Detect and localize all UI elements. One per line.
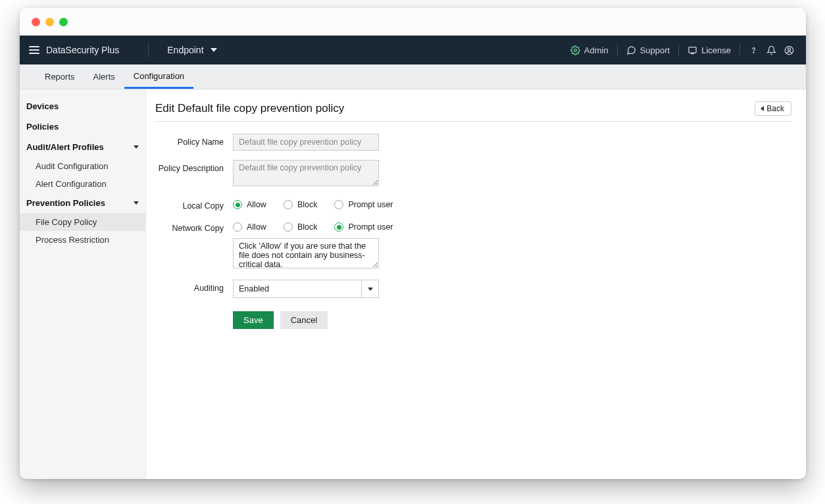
caret-down-icon [134, 145, 139, 149]
window-titlebar [20, 8, 806, 36]
sidebar-prevention-label: Prevention Policies [26, 198, 105, 208]
support-label: Support [640, 45, 670, 55]
sidebar-alert-config[interactable]: Alert Configuration [20, 175, 145, 193]
save-button[interactable]: Save [233, 311, 274, 329]
auditing-value: Enabled [234, 280, 361, 297]
local-copy-block-radio[interactable]: Block [284, 200, 318, 209]
body: Devices Policies Audit/Alert Profiles Au… [20, 89, 806, 479]
policy-form: Policy Name Policy Description Default f… [155, 134, 791, 329]
main-content: Edit Default file copy prevention policy… [146, 89, 806, 479]
sidebar-audit-label: Audit/Alert Profiles [26, 142, 104, 152]
back-button[interactable]: Back [755, 101, 791, 116]
prompt-message-input[interactable]: Click 'Allow' if you are sure that the f… [233, 238, 379, 268]
divider [739, 44, 740, 56]
cancel-button[interactable]: Cancel [280, 311, 328, 329]
radio-label: Block [297, 222, 318, 232]
caret-down-icon [134, 201, 139, 205]
tab-configuration[interactable]: Configuration [124, 64, 193, 89]
caret-down-icon [211, 48, 217, 52]
chat-icon [626, 45, 636, 55]
hamburger-icon[interactable] [29, 46, 39, 54]
caret-down-icon [361, 280, 378, 297]
tab-reports[interactable]: Reports [36, 64, 84, 89]
local-copy-prompt-radio[interactable]: Prompt user [334, 200, 393, 209]
app-bar: DataSecurity Plus Endpoint Admin [20, 36, 806, 64]
local-copy-allow-radio[interactable]: Allow [233, 200, 266, 209]
notifications-link[interactable] [764, 45, 779, 55]
label-network-copy: Network Copy [155, 220, 233, 233]
gear-icon [570, 45, 580, 55]
help-link[interactable] [746, 45, 761, 55]
divider [148, 43, 149, 57]
chevron-left-icon [761, 106, 764, 111]
module-label: Endpoint [167, 45, 203, 55]
user-icon [784, 45, 794, 55]
divider [678, 44, 679, 56]
user-link[interactable] [782, 45, 797, 55]
radio-label: Prompt user [348, 222, 393, 232]
divider [617, 44, 618, 56]
network-copy-prompt-radio[interactable]: Prompt user [334, 222, 393, 232]
sidebar-process-restriction[interactable]: Process Restriction [20, 231, 145, 249]
label-auditing: Auditing [155, 280, 233, 293]
app-window: DataSecurity Plus Endpoint Admin [20, 8, 806, 479]
policy-name-input[interactable] [233, 134, 379, 151]
license-icon [688, 45, 697, 55]
window-minimize-dot[interactable] [45, 18, 54, 26]
admin-link[interactable]: Admin [568, 45, 611, 55]
svg-point-0 [574, 49, 576, 51]
back-label: Back [766, 104, 784, 113]
label-local-copy: Local Copy [155, 197, 233, 211]
svg-point-4 [788, 47, 791, 50]
tab-alerts[interactable]: Alerts [84, 64, 124, 89]
policy-description-input[interactable]: Default file copy prevention policy [233, 160, 379, 186]
window-close-dot[interactable] [32, 18, 40, 26]
network-copy-block-radio[interactable]: Block [284, 222, 318, 232]
bell-icon [766, 45, 776, 55]
sidebar-audit-config[interactable]: Audit Configuration [20, 157, 145, 175]
sidebar: Devices Policies Audit/Alert Profiles Au… [20, 89, 146, 479]
radio-label: Allow [247, 200, 266, 209]
module-selector[interactable]: Endpoint [158, 45, 216, 55]
radio-label: Prompt user [348, 200, 393, 209]
local-copy-radios: Allow Block Prompt user [233, 197, 393, 209]
sidebar-policies[interactable]: Policies [20, 116, 145, 137]
svg-point-2 [753, 52, 754, 53]
sidebar-audit-profiles[interactable]: Audit/Alert Profiles [20, 137, 145, 157]
network-copy-radios: Allow Block Prompt user [233, 220, 393, 232]
license-label: License [701, 45, 731, 55]
window-zoom-dot[interactable] [59, 18, 68, 26]
help-icon [749, 45, 759, 55]
network-copy-allow-radio[interactable]: Allow [233, 222, 266, 232]
app-name: DataSecurity Plus [46, 45, 119, 55]
tab-row: Reports Alerts Configuration [20, 64, 806, 89]
sidebar-file-copy-policy[interactable]: File Copy Policy [20, 213, 145, 231]
svg-rect-1 [689, 47, 696, 53]
page-title: Edit Default file copy prevention policy [155, 102, 344, 115]
label-policy-description: Policy Description [155, 160, 233, 173]
admin-label: Admin [584, 45, 609, 55]
support-link[interactable]: Support [624, 45, 673, 55]
radio-label: Block [297, 200, 318, 209]
sidebar-devices[interactable]: Devices [20, 96, 145, 116]
radio-label: Allow [247, 222, 266, 232]
sidebar-prevention-policies[interactable]: Prevention Policies [20, 193, 145, 213]
auditing-select[interactable]: Enabled [233, 280, 379, 298]
license-link[interactable]: License [685, 45, 734, 55]
label-policy-name: Policy Name [155, 134, 233, 147]
